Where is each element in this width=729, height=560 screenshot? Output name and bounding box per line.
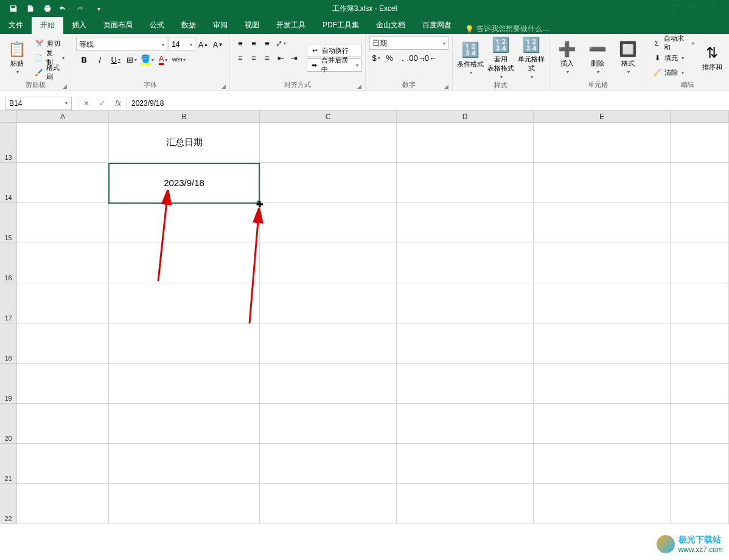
decrease-indent-button[interactable]: ⇤ — [274, 51, 287, 64]
align-center-button[interactable]: ≡ — [247, 51, 260, 64]
sort-filter-button[interactable]: ⇅排序和 — [699, 36, 725, 79]
tell-me-search[interactable]: 💡 告诉我您想要做什么... — [465, 24, 548, 34]
redo-button[interactable]: ▾ — [73, 0, 90, 17]
row-header-16[interactable]: 16 — [0, 243, 17, 283]
accounting-format-button[interactable]: $▾ — [369, 51, 383, 64]
cell-d13[interactable] — [397, 123, 534, 163]
percent-button[interactable]: % — [383, 51, 396, 64]
tab-baidu[interactable]: 百度网盘 — [414, 16, 460, 34]
row-header-13[interactable]: 13 — [0, 123, 17, 163]
watermark-name: 极光下载站 — [678, 534, 723, 545]
row-header-18[interactable]: 18 — [0, 323, 17, 364]
wrap-text-button[interactable]: ↩自动换行 — [307, 44, 361, 57]
tab-ksdocs[interactable]: 金山文档 — [368, 16, 414, 34]
merge-center-button[interactable]: ⬌合并后居中▾ — [307, 58, 361, 72]
watermark: 极光下载站 www.xz7.com — [657, 534, 723, 554]
save-button[interactable] — [5, 0, 22, 17]
col-header-c[interactable]: C — [260, 111, 397, 122]
cell-b14[interactable]: 2023/9/18 — [109, 163, 260, 203]
fill-button[interactable]: ⬇填充▾ — [650, 51, 697, 64]
cancel-edit-button[interactable]: ✕ — [78, 97, 94, 110]
cut-button[interactable]: ✂️剪切 — [32, 36, 67, 50]
decrease-font-button[interactable]: A▼ — [211, 38, 225, 51]
cell-d14[interactable] — [397, 163, 534, 203]
qat-customize[interactable]: ▾ — [90, 0, 107, 17]
increase-font-button[interactable]: A▲ — [197, 38, 210, 51]
format-painter-button[interactable]: 🖌️格式刷 — [32, 66, 67, 79]
fill-color-button[interactable]: 🪣▾ — [139, 52, 155, 67]
tab-formulas[interactable]: 公式 — [141, 16, 173, 34]
row-header-14[interactable]: 14 — [0, 163, 17, 203]
new-button[interactable] — [22, 0, 39, 17]
row-header-22[interactable]: 22 — [0, 484, 17, 524]
underline-button[interactable]: U▾ — [108, 52, 124, 67]
tab-view[interactable]: 视图 — [236, 16, 268, 34]
spreadsheet-grid[interactable]: A B C D E 13 汇总日期 14 2023/9/18 15 16 — [0, 111, 729, 524]
tab-home[interactable]: 开始 — [32, 16, 63, 34]
col-header-a[interactable]: A — [17, 111, 109, 122]
col-header-b[interactable]: B — [109, 111, 260, 122]
italic-button[interactable]: I — [92, 52, 108, 67]
number-launcher[interactable]: ◢ — [444, 83, 448, 89]
align-left-button[interactable]: ≡ — [234, 51, 247, 64]
watermark-url: www.xz7.com — [678, 545, 723, 554]
copy-button[interactable]: 📄复制▾ — [32, 51, 67, 64]
col-header-rest[interactable] — [671, 111, 729, 122]
tab-devtools[interactable]: 开发工具 — [268, 16, 314, 34]
increase-decimal-button[interactable]: .00→ — [410, 51, 423, 64]
align-right-button[interactable]: ≡ — [260, 51, 274, 64]
name-box[interactable]: B14▾ — [5, 97, 72, 110]
orientation-button[interactable]: ⤢▾ — [274, 36, 287, 50]
row-header-19[interactable]: 19 — [0, 364, 17, 404]
font-launcher[interactable]: ◢ — [221, 83, 226, 89]
align-bottom-button[interactable]: ≡ — [260, 36, 274, 50]
cell-a14[interactable] — [17, 163, 109, 203]
font-name-select[interactable]: 等线▾ — [76, 38, 167, 51]
cell-a13[interactable] — [17, 123, 109, 163]
formula-input[interactable]: 2023/9/18 — [127, 99, 729, 108]
tab-pdftools[interactable]: PDF工具集 — [314, 16, 368, 34]
insert-cells-button[interactable]: ➕插入▾ — [553, 36, 581, 79]
insert-function-button[interactable]: fx — [110, 97, 126, 110]
format-cells-button[interactable]: 🔲格式▾ — [614, 36, 642, 79]
paste-button[interactable]: 📋 粘贴 ▾ — [4, 36, 30, 79]
row-header-17[interactable]: 17 — [0, 283, 17, 323]
border-button[interactable]: ⊞▾ — [124, 52, 139, 67]
increase-indent-button[interactable]: ⇥ — [287, 51, 301, 64]
align-top-button[interactable]: ≡ — [234, 36, 247, 50]
phonetic-button[interactable]: wén▾ — [171, 52, 187, 67]
clipboard-launcher[interactable]: ◢ — [63, 83, 67, 89]
undo-button[interactable]: ▾ — [56, 0, 73, 17]
clear-button[interactable]: 🧹清除▾ — [650, 66, 697, 79]
print-button[interactable] — [39, 0, 56, 17]
bold-button[interactable]: B — [76, 52, 92, 67]
tab-data[interactable]: 数据 — [173, 16, 204, 34]
cell-styles-button[interactable]: 🔢单元格样式▾ — [517, 36, 545, 80]
tab-review[interactable]: 审阅 — [204, 16, 236, 34]
table-format-button[interactable]: 🔢套用 表格格式▾ — [487, 36, 515, 80]
cell-c13[interactable] — [260, 123, 397, 163]
number-format-select[interactable]: 日期▾ — [369, 36, 448, 50]
cell-e14[interactable] — [534, 163, 671, 203]
cell-e13[interactable] — [534, 123, 671, 163]
delete-cells-button[interactable]: ➖删除▾ — [584, 36, 612, 79]
row-header-15[interactable]: 15 — [0, 203, 17, 243]
font-size-select[interactable]: 14▾ — [169, 38, 195, 51]
cell-c14[interactable] — [260, 163, 397, 203]
col-header-d[interactable]: D — [397, 111, 534, 122]
decrease-decimal-button[interactable]: .0← — [423, 51, 436, 64]
confirm-edit-button[interactable]: ✓ — [94, 97, 110, 110]
align-launcher[interactable]: ◢ — [357, 83, 361, 89]
tab-file[interactable]: 文件 — [0, 16, 32, 34]
tab-insert[interactable]: 插入 — [63, 16, 95, 34]
conditional-format-button[interactable]: 🔢条件格式▾ — [456, 36, 484, 80]
select-all-corner[interactable] — [0, 111, 17, 122]
row-header-20[interactable]: 20 — [0, 404, 17, 444]
align-middle-button[interactable]: ≡ — [247, 36, 260, 50]
cell-b13[interactable]: 汇总日期 — [109, 123, 260, 163]
col-header-e[interactable]: E — [534, 111, 671, 122]
tab-pagelayout[interactable]: 页面布局 — [95, 16, 141, 34]
row-header-21[interactable]: 21 — [0, 444, 17, 484]
autosum-button[interactable]: Σ自动求和▾ — [650, 36, 697, 50]
font-color-button[interactable]: A▾ — [155, 52, 171, 67]
